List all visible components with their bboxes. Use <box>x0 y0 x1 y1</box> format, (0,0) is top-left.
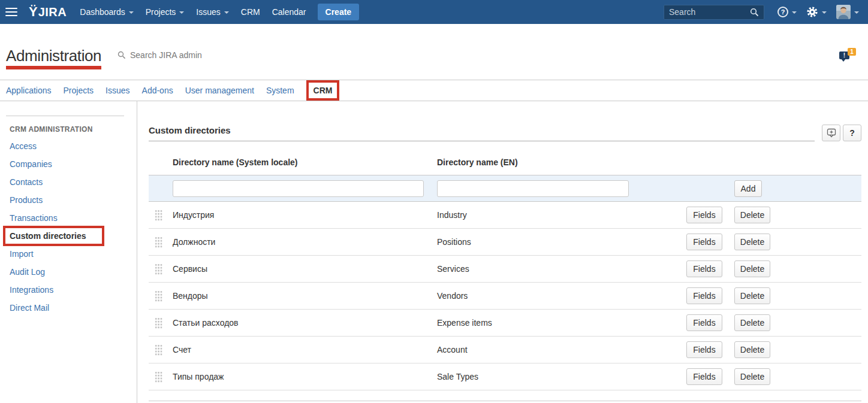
menu-crm[interactable]: CRM <box>235 0 266 24</box>
directory-name-en: Services <box>437 264 686 274</box>
chevron-down-icon <box>854 11 859 14</box>
admin-search[interactable] <box>117 50 226 60</box>
jira-logo-icon: Ÿ <box>29 5 38 19</box>
fields-button[interactable]: Fields <box>686 314 722 331</box>
delete-button[interactable]: Delete <box>734 207 770 223</box>
sidebar-item-audit-log[interactable]: Audit Log <box>0 263 137 281</box>
sidebar-item-integrations[interactable]: Integrations <box>0 281 137 299</box>
sidebar-item-products[interactable]: Products <box>0 191 137 209</box>
directory-name-locale: Статьи расходов <box>173 318 437 328</box>
directory-row: Статьи расходов Expense items Fields Del… <box>149 310 861 337</box>
directory-name-locale: Счет <box>173 345 437 354</box>
delete-button[interactable]: Delete <box>734 234 770 250</box>
hamburger-menu-icon[interactable] <box>5 8 17 16</box>
column-header-en: Directory name (EN) <box>437 157 686 167</box>
directory-name-locale: Должности <box>173 237 437 247</box>
global-search-input[interactable] <box>669 7 750 17</box>
sidebar-item-contacts[interactable]: Contacts <box>0 173 137 191</box>
directory-name-en: Expense items <box>437 318 686 328</box>
drag-handle-icon[interactable] <box>155 371 162 383</box>
menu-issues[interactable]: Issues <box>190 0 234 24</box>
top-navbar: Ÿ JIRA Dashboards Projects Issues CRM Ca… <box>0 0 868 24</box>
sidebar-item-import[interactable]: Import <box>0 245 137 263</box>
user-avatar <box>836 5 851 19</box>
directory-name-locale: Индустрия <box>173 210 437 220</box>
menu-calendar[interactable]: Calendar <box>266 0 312 24</box>
drag-handle-icon[interactable] <box>155 237 162 248</box>
notification-badge: 1 <box>848 48 856 56</box>
directory-name-en: Account <box>437 345 686 354</box>
delete-button[interactable]: Delete <box>734 314 770 331</box>
feedback-button[interactable] <box>822 125 840 141</box>
chevron-down-icon <box>129 11 134 14</box>
section-title: Custom directories <box>149 125 815 135</box>
directories-table: Directory name (System locale) Directory… <box>149 149 861 401</box>
drag-handle-icon[interactable] <box>155 344 162 356</box>
user-menu[interactable] <box>836 5 859 19</box>
tab-add-ons[interactable]: Add-ons <box>142 86 173 95</box>
fields-button[interactable]: Fields <box>686 368 722 385</box>
sidebar-heading: CRM ADMINISTRATION <box>10 125 137 134</box>
sidebar-item-transactions[interactable]: Transactions <box>0 209 137 227</box>
fields-button[interactable]: Fields <box>686 207 722 223</box>
sidebar-item-access[interactable]: Access <box>0 137 137 155</box>
directory-row: Должности Positions Fields Delete <box>149 229 861 256</box>
admin-search-input[interactable] <box>130 50 226 60</box>
drag-handle-icon[interactable] <box>155 317 162 329</box>
column-header-locale: Directory name (System locale) <box>173 157 437 167</box>
directory-name-en: Vendors <box>437 291 686 301</box>
directory-name-en: Industry <box>437 210 686 220</box>
directory-name-locale: Сервисы <box>173 264 437 274</box>
search-icon <box>117 51 126 59</box>
directory-name-locale: Вендоры <box>173 291 437 301</box>
gear-icon <box>806 6 818 18</box>
fields-button[interactable]: Fields <box>686 341 722 358</box>
drag-handle-icon[interactable] <box>155 263 162 275</box>
sidebar-item-companies[interactable]: Companies <box>0 155 137 173</box>
admin-header: Administration ! 1 <box>0 24 868 80</box>
directory-row: Индустрия Industry Fields Delete <box>149 202 861 229</box>
fields-button[interactable]: Fields <box>686 234 722 250</box>
add-button[interactable]: Add <box>734 180 762 197</box>
chevron-down-icon <box>179 11 184 14</box>
tab-applications[interactable]: Applications <box>6 86 52 95</box>
table-header-row: Directory name (System locale) Directory… <box>149 149 861 175</box>
delete-button[interactable]: Delete <box>734 260 770 277</box>
jira-logo[interactable]: Ÿ JIRA <box>29 5 67 19</box>
delete-button[interactable]: Delete <box>734 341 770 358</box>
new-directory-en-input[interactable] <box>437 180 629 197</box>
directory-row: Счет Account Fields Delete <box>149 337 861 363</box>
annotation-red-underline <box>6 66 101 69</box>
delete-button[interactable]: Delete <box>734 287 770 304</box>
tab-issues[interactable]: Issues <box>106 86 129 95</box>
chevron-down-icon <box>822 11 827 14</box>
drag-handle-icon[interactable] <box>155 290 162 302</box>
admin-tabbar: Applications Projects Issues Add-ons Use… <box>0 80 868 101</box>
new-directory-locale-input[interactable] <box>173 180 424 197</box>
tab-user-management[interactable]: User management <box>185 86 254 95</box>
chevron-down-icon <box>792 11 797 14</box>
menu-dashboards[interactable]: Dashboards <box>74 0 140 24</box>
tab-system[interactable]: System <box>266 86 294 95</box>
global-search[interactable] <box>664 5 764 20</box>
create-button[interactable]: Create <box>318 4 360 20</box>
delete-button[interactable]: Delete <box>734 368 770 385</box>
notification-icon[interactable]: ! 1 <box>839 48 856 63</box>
directory-name-en: Positions <box>437 237 686 247</box>
sidebar-divider <box>6 116 124 116</box>
tab-crm[interactable]: CRM <box>306 80 340 101</box>
menu-projects[interactable]: Projects <box>140 0 191 24</box>
sidebar-item-direct-mail[interactable]: Direct Mail <box>0 299 137 317</box>
fields-button[interactable]: Fields <box>686 260 722 277</box>
tab-projects[interactable]: Projects <box>64 86 94 95</box>
help-menu[interactable]: ? <box>777 7 797 17</box>
help-icon: ? <box>777 7 788 17</box>
directory-name-en: Sale Types <box>437 372 686 381</box>
help-button[interactable]: ? <box>843 125 861 141</box>
search-icon <box>750 8 759 17</box>
drag-handle-icon[interactable] <box>155 210 162 221</box>
sidebar-item-custom-directories[interactable]: Custom directories <box>0 227 137 245</box>
fields-button[interactable]: Fields <box>686 287 722 304</box>
main-content: Custom directories ? Directory name (Sys… <box>137 101 868 403</box>
admin-settings-menu[interactable] <box>806 6 827 18</box>
